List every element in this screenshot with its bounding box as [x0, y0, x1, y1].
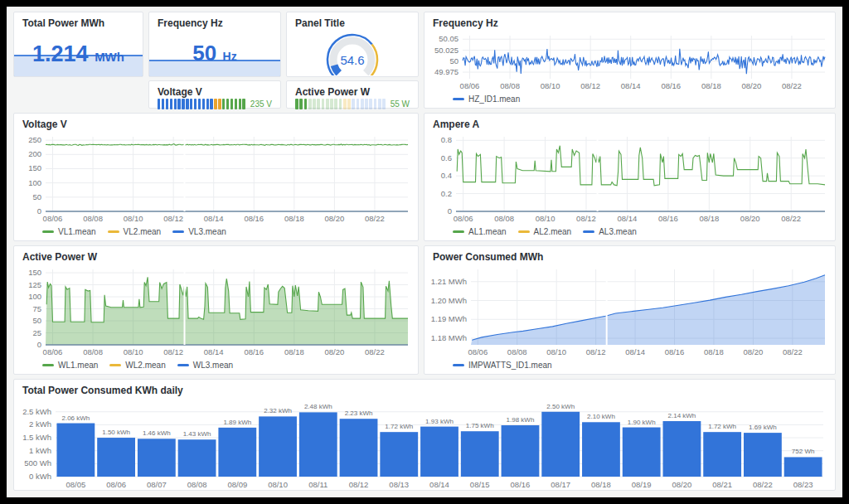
bar[interactable]: [744, 433, 782, 477]
bar[interactable]: [259, 416, 297, 477]
chart-canvas[interactable]: 025507510012515008/0608/0808/1008/1208/1…: [17, 264, 415, 357]
panel-title[interactable]: Total Power MWh: [14, 12, 143, 31]
gauge-cell: [162, 99, 164, 109]
panel-title[interactable]: Active Power W: [14, 246, 418, 264]
panel-title[interactable]: Voltage V: [14, 114, 418, 132]
gauge-cell: [202, 99, 205, 109]
panel-title[interactable]: Panel Title: [287, 12, 418, 31]
chart-canvas[interactable]: 49.9755050.02550.0508/0608/0808/1008/120…: [428, 31, 832, 91]
axis-tick-label: 500 Wh: [24, 458, 51, 468]
chart-canvas[interactable]: 05010015020025008/0608/0808/1008/1208/14…: [17, 132, 415, 224]
legend-series-name: VL1.mean: [58, 227, 96, 236]
power-consumed-chart[interactable]: 1.18 MWh1.19 MWh1.20 MWh1.21 MWh08/0608/…: [428, 264, 832, 361]
chart-canvas[interactable]: 0 kWh500 Wh1 kWh1.5 kWh2 kWh2.5 kWh2.06 …: [17, 398, 832, 490]
axis-tick-label: 0 kWh: [29, 472, 51, 481]
axis-tick-label: 08/22: [782, 81, 802, 90]
bar-gauge-cells: [295, 99, 386, 109]
axis-tick-label: 1.21 MWh: [431, 277, 467, 286]
panel-title[interactable]: Total Power Consumed KWh daily: [14, 380, 835, 398]
frequency-chart[interactable]: 49.9755050.02550.0508/0608/0808/1008/120…: [428, 31, 832, 94]
legend-item[interactable]: VL1.mean: [42, 227, 96, 236]
panel-gauge: Panel Title 54.6: [286, 12, 419, 77]
panel-frequency-stat: Frequency Hz 50 Hz: [148, 12, 281, 77]
stat-value: 50 Hz: [149, 41, 280, 66]
panel-title[interactable]: Frequency Hz: [424, 12, 835, 31]
legend-item[interactable]: AL2.mean: [518, 227, 572, 236]
chart-legend: WL1.meanWL2.meanWL3.mean: [14, 361, 418, 375]
legend-item[interactable]: VL3.mean: [172, 227, 226, 236]
bar[interactable]: [623, 428, 661, 477]
panel-title[interactable]: Voltage V: [149, 81, 280, 99]
legend-item[interactable]: AL1.mean: [453, 227, 507, 236]
axis-tick-label: 08/22: [783, 347, 803, 356]
axis-tick-label: 150: [28, 163, 41, 172]
axis-tick-label: 08/16: [665, 347, 685, 356]
legend-series-name: AL1.mean: [468, 227, 507, 236]
bar[interactable]: [502, 425, 540, 477]
stat-sparkline[interactable]: 50 Hz: [149, 31, 280, 76]
panel-title[interactable]: Frequency Hz: [149, 12, 280, 31]
panel-title[interactable]: Power Consumed MWh: [424, 246, 835, 264]
bar[interactable]: [461, 431, 499, 477]
voltage-chart[interactable]: 05010015020025008/0608/0808/1008/1208/14…: [17, 132, 415, 227]
bar[interactable]: [97, 438, 135, 477]
series-line: [457, 146, 825, 186]
legend-item[interactable]: AL3.mean: [583, 227, 637, 236]
gauge-cell: [170, 99, 172, 109]
axis-tick-label: 2.32 kWh: [264, 407, 292, 414]
bar[interactable]: [703, 432, 741, 477]
axis-tick-label: 2.48 kWh: [304, 403, 332, 410]
axis-tick-label: 25: [32, 328, 41, 337]
daily-bar-chart[interactable]: 0 kWh500 Wh1 kWh1.5 kWh2 kWh2.5 kWh2.06 …: [17, 398, 832, 493]
gauge-cell: [308, 99, 312, 109]
bar[interactable]: [380, 432, 418, 477]
legend-item[interactable]: WL3.mean: [177, 361, 233, 370]
bar[interactable]: [582, 422, 620, 477]
axis-tick-label: 08/20: [672, 480, 692, 489]
legend-item[interactable]: HZ_ID1.mean: [453, 94, 520, 104]
bar[interactable]: [299, 412, 337, 477]
chart-canvas[interactable]: 00.20.40.60.808/0608/0808/1008/1208/1408…: [428, 132, 832, 224]
axis-tick-label: 08/18: [591, 480, 611, 489]
axis-tick-label: 08/06: [43, 214, 63, 223]
panel-title[interactable]: Ampere A: [424, 114, 835, 132]
legend-series-marker: [108, 230, 119, 233]
ampere-chart[interactable]: 00.20.40.60.808/0608/0808/1008/1208/1408…: [428, 132, 832, 227]
legend-item[interactable]: WL2.mean: [109, 361, 165, 370]
bar[interactable]: [218, 428, 256, 477]
panel-active-power-chart: Active Power W 025507510012515008/0608/0…: [13, 245, 419, 375]
bar[interactable]: [178, 439, 216, 477]
chart-canvas[interactable]: 1.18 MWh1.19 MWh1.20 MWh1.21 MWh08/0608/…: [428, 264, 832, 357]
axis-tick-label: 1.72 kWh: [708, 423, 736, 430]
bar[interactable]: [420, 427, 458, 477]
panel-title[interactable]: Active Power W: [287, 81, 418, 99]
axis-tick-label: 08/06: [106, 480, 126, 489]
axis-tick-label: 08/15: [470, 480, 490, 489]
gauge-cell: [378, 99, 381, 109]
bar[interactable]: [663, 421, 701, 477]
legend-item[interactable]: VL2.mean: [108, 227, 162, 236]
bar[interactable]: [56, 424, 95, 477]
gauge-cell: [186, 99, 188, 109]
axis-tick-label: 08/10: [268, 480, 288, 489]
axis-tick-label: 49.975: [434, 67, 458, 76]
chart-legend: HZ_ID1.mean: [424, 94, 835, 109]
axis-tick-label: 1.72 kWh: [385, 423, 413, 430]
stat-sparkline[interactable]: 1.214 MWh: [14, 31, 143, 76]
bar[interactable]: [541, 412, 580, 477]
legend-series-marker: [453, 364, 464, 366]
legend-item[interactable]: WL1.mean: [42, 361, 98, 370]
gauge-cell: [158, 99, 160, 109]
gauge-cell: [339, 99, 342, 109]
axis-tick-label: 08/16: [658, 214, 678, 223]
bar[interactable]: [784, 457, 822, 477]
gauge[interactable]: 54.6: [287, 31, 418, 76]
legend-series-name: IMPWATTS_ID1.mean: [468, 361, 552, 370]
axis-tick-label: 1.20 MWh: [431, 296, 467, 305]
legend-item[interactable]: IMPWATTS_ID1.mean: [453, 361, 552, 370]
bar[interactable]: [138, 439, 176, 477]
panel-active-gauge: Active Power W 55 W: [286, 80, 419, 109]
bar[interactable]: [340, 419, 378, 477]
axis-tick-label: 08/12: [349, 480, 369, 489]
active-power-chart[interactable]: 025507510012515008/0608/0808/1008/1208/1…: [17, 264, 415, 361]
